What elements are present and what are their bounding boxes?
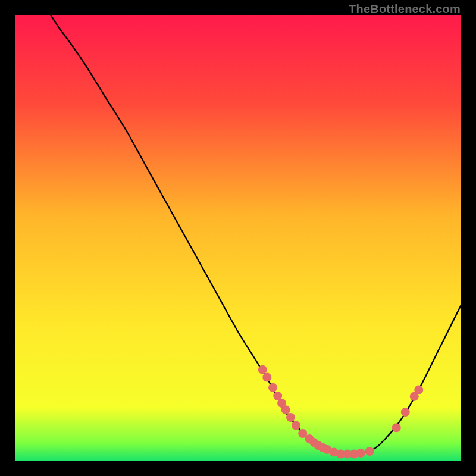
- watermark-text: TheBottleneck.com: [349, 2, 461, 16]
- data-marker: [286, 413, 295, 422]
- data-marker: [392, 423, 401, 432]
- data-marker: [356, 449, 365, 458]
- data-marker: [365, 447, 374, 456]
- gradient-background: [15, 15, 461, 461]
- data-marker: [414, 386, 423, 394]
- data-marker: [281, 405, 290, 414]
- data-marker: [258, 365, 267, 374]
- data-marker: [292, 421, 300, 430]
- bottleneck-chart: [15, 15, 461, 461]
- data-marker: [401, 408, 410, 416]
- data-marker: [268, 383, 277, 392]
- chart-frame: [15, 15, 461, 461]
- data-marker: [262, 373, 271, 382]
